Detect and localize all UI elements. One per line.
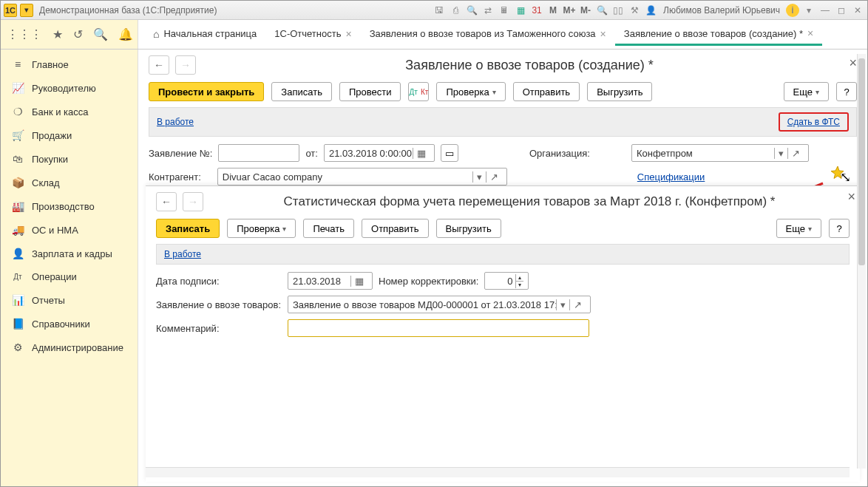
- sidebar-item-sales[interactable]: 🛒Продажи: [1, 123, 138, 147]
- sidebar-item-assets[interactable]: 🚚ОС и НМА: [1, 218, 138, 242]
- check-button[interactable]: Проверка▾: [227, 219, 296, 238]
- more-button[interactable]: Еще▾: [784, 82, 829, 101]
- help-button[interactable]: ?: [829, 219, 850, 238]
- form-close-button[interactable]: ×: [849, 55, 857, 71]
- app-menu-dropdown[interactable]: ▾: [20, 4, 33, 17]
- info-icon[interactable]: i: [786, 4, 799, 17]
- open-ref-icon[interactable]: ↗: [569, 299, 586, 310]
- tab-close-icon[interactable]: ×: [807, 27, 813, 39]
- write-button[interactable]: Записать: [156, 219, 220, 238]
- sidebar-item-main[interactable]: ≡Главное: [1, 52, 138, 76]
- app-logo-icon: 1C: [4, 4, 17, 17]
- open-ref-icon[interactable]: ↗: [486, 171, 502, 183]
- calendar-picker-icon[interactable]: ▦: [413, 148, 430, 159]
- status-link[interactable]: В работе: [164, 249, 201, 259]
- sidebar-item-hr[interactable]: 👤Зарплата и кадры: [1, 242, 138, 265]
- apps-icon[interactable]: ⋮⋮⋮: [7, 27, 42, 41]
- memory-mplus-button[interactable]: M+: [563, 4, 576, 17]
- statement-number-input[interactable]: [218, 144, 299, 162]
- tab-close-icon[interactable]: ×: [600, 28, 606, 40]
- maximize-button[interactable]: ◻: [835, 4, 848, 17]
- nav-back-button[interactable]: ←: [156, 192, 177, 211]
- sidebar-item-reports[interactable]: 📊Отчеты: [1, 288, 138, 312]
- sidebar-item-bank[interactable]: ❍Банк и касса: [1, 100, 138, 123]
- favorite-icon[interactable]: ★: [52, 27, 63, 41]
- dropdown-icon[interactable]: ▾: [472, 171, 486, 183]
- chart-icon: 📈: [11, 82, 24, 94]
- memory-m-button[interactable]: M: [546, 4, 560, 17]
- sign-date-input[interactable]: 21.03.2018 ▦: [288, 272, 373, 290]
- sidebar-item-manager[interactable]: 📈Руководителю: [1, 76, 138, 100]
- gear-icon: ⚙: [11, 341, 24, 353]
- submit-fts-link[interactable]: Сдать в ФТС: [787, 117, 840, 127]
- calendar-picker-icon[interactable]: ▦: [350, 276, 367, 287]
- write-button[interactable]: Записать: [271, 82, 332, 101]
- date-input[interactable]: 21.03.2018 0:00:00 ▦: [324, 144, 435, 162]
- dtkt-button[interactable]: ДтКт: [408, 82, 429, 101]
- sidebar-item-purchases[interactable]: 🛍Покупки: [1, 147, 138, 171]
- organization-combo[interactable]: Конфетпром ▾ ↗: [631, 144, 809, 162]
- date-extra-button[interactable]: ▭: [441, 144, 458, 162]
- sidebar-item-warehouse[interactable]: 📦Склад: [1, 171, 138, 194]
- tab-statement-create[interactable]: Заявление о ввозе товаров (создание) * ×: [615, 23, 823, 46]
- zoom-icon[interactable]: 🔍: [595, 4, 608, 17]
- preview-icon[interactable]: 🔍: [465, 4, 478, 17]
- dtkt-icon: Дт: [11, 273, 24, 281]
- panels-icon[interactable]: ▯▯: [611, 4, 625, 17]
- tab-reporting[interactable]: 1С-Отчетность ×: [265, 24, 360, 46]
- check-button[interactable]: Проверка▾: [436, 82, 505, 101]
- window-close-button[interactable]: ✕: [851, 4, 864, 17]
- calendar-31-icon[interactable]: 31: [530, 4, 543, 17]
- vertical-scrollbar[interactable]: [857, 54, 866, 469]
- sidebar-item-production[interactable]: 🏭Производство: [1, 194, 138, 218]
- info-dropdown-icon[interactable]: ▾: [802, 4, 816, 17]
- sidebar-item-admin[interactable]: ⚙Администрирование: [1, 336, 138, 359]
- post-button[interactable]: Провести: [339, 82, 401, 101]
- post-and-close-button[interactable]: Провести и закрыть: [149, 82, 264, 101]
- nav-forward-button[interactable]: →: [183, 192, 203, 211]
- memory-mminus-button[interactable]: M-: [579, 4, 592, 17]
- send-button[interactable]: Отправить: [513, 82, 580, 101]
- subform-close-button[interactable]: ×: [847, 189, 855, 205]
- status-link[interactable]: В работе: [157, 117, 194, 127]
- unload-button[interactable]: Выгрузить: [587, 82, 652, 101]
- search-icon[interactable]: 🔍: [93, 27, 108, 41]
- tab-statements-list[interactable]: Заявления о ввозе товаров из Таможенного…: [361, 24, 615, 46]
- counterparty-combo[interactable]: Divuar Cacao company ▾ ↗: [217, 168, 507, 185]
- history-icon[interactable]: ↺: [73, 27, 83, 41]
- stepper-down-icon[interactable]: ▾: [516, 281, 523, 288]
- tab-close-icon[interactable]: ×: [345, 28, 351, 40]
- nav-forward-button[interactable]: →: [175, 55, 196, 75]
- horizontal-scrollbar[interactable]: [146, 467, 850, 477]
- specifications-link[interactable]: Спецификации: [637, 171, 705, 183]
- dropdown-icon[interactable]: ▾: [774, 148, 787, 159]
- import-statement-combo[interactable]: Заявление о ввозе товаров МД00-000001 от…: [288, 296, 591, 313]
- more-button[interactable]: Еще▾: [776, 219, 821, 238]
- nav-back-button[interactable]: ←: [149, 55, 169, 75]
- tab-home[interactable]: ⌂ Начальная страница: [144, 24, 265, 46]
- minimize-button[interactable]: —: [818, 4, 832, 17]
- label-correction-number: Номер корректировки:: [379, 276, 478, 287]
- help-button[interactable]: ?: [836, 82, 857, 101]
- user-name[interactable]: Любимов Валерий Юрьевич: [663, 5, 780, 16]
- save-icon[interactable]: 🖫: [433, 4, 446, 17]
- comment-input[interactable]: [288, 319, 589, 337]
- sidebar: ≡Главное 📈Руководителю ❍Банк и касса 🛒Пр…: [1, 50, 138, 486]
- stepper-up-icon[interactable]: ▴: [516, 274, 523, 281]
- notifications-icon[interactable]: 🔔: [118, 27, 133, 41]
- open-ref-icon[interactable]: ↗: [787, 148, 804, 159]
- dropdown-icon[interactable]: ▾: [556, 299, 569, 310]
- print-icon[interactable]: ⎙: [449, 4, 462, 17]
- print-button[interactable]: Печать: [303, 219, 354, 238]
- correction-number-stepper[interactable]: 0 ▴ ▾: [484, 272, 529, 290]
- calc-icon[interactable]: 🖩: [498, 4, 511, 17]
- tools-icon[interactable]: ⚒: [628, 4, 641, 17]
- sidebar-item-operations[interactable]: ДтОперации: [1, 265, 138, 288]
- tab-label: Заявления о ввозе товаров из Таможенного…: [370, 28, 596, 39]
- send-button[interactable]: Отправить: [362, 219, 428, 238]
- calendar-icon[interactable]: ▦: [514, 4, 527, 17]
- unload-button[interactable]: Выгрузить: [436, 219, 501, 238]
- scrollbar-thumb[interactable]: [858, 58, 865, 265]
- sidebar-item-references[interactable]: 📘Справочники: [1, 312, 138, 336]
- compare-icon[interactable]: ⇄: [481, 4, 495, 17]
